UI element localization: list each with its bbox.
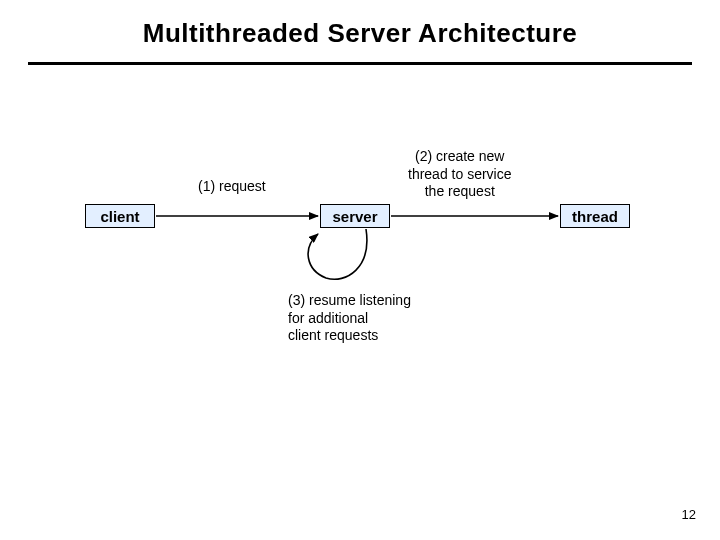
client-node: client [85,204,155,228]
thread-node-label: thread [572,208,618,225]
client-node-label: client [100,208,139,225]
step3-label: (3) resume listening for additional clie… [288,292,411,345]
step1-label: (1) request [198,178,266,196]
page-number: 12 [682,507,696,522]
slide-title: Multithreaded Server Architecture [0,18,720,49]
diagram-arrows [0,0,720,540]
step2-label: (2) create new thread to service the req… [408,148,512,201]
server-node-label: server [332,208,377,225]
arrow-resume-loop [308,229,367,279]
title-underline [28,62,692,65]
thread-node: thread [560,204,630,228]
server-node: server [320,204,390,228]
